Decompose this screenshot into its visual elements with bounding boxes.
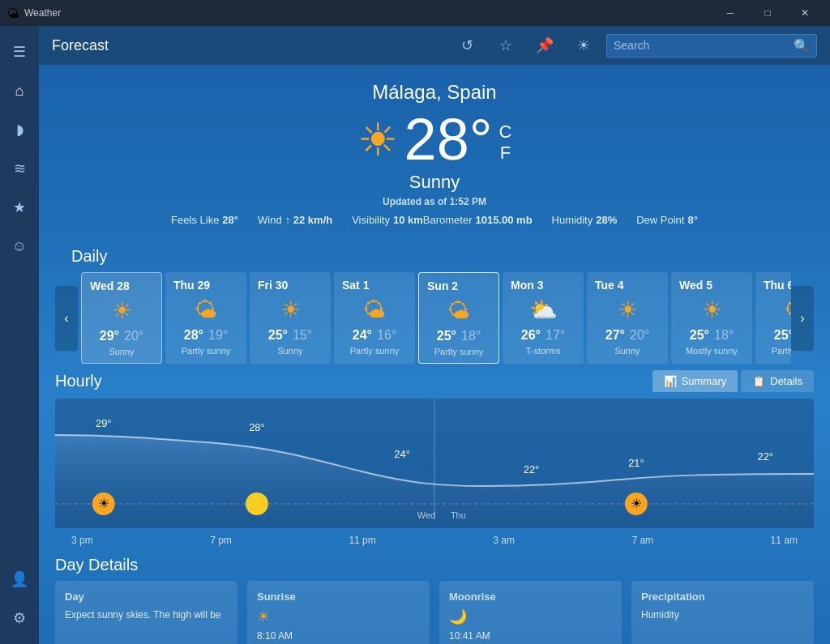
details-grid: Day Expect sunny skies. The high will be… xyxy=(55,581,814,644)
sidebar-favorites-button[interactable]: ★ xyxy=(0,188,39,227)
day-icon: ☀ xyxy=(618,296,638,323)
dew-point: Dew Point 8° xyxy=(636,214,698,226)
sidebar-account-button[interactable]: 👤 xyxy=(0,560,39,599)
day-desc: Partly sunny xyxy=(350,346,400,356)
day-name: Fri 30 xyxy=(258,279,288,292)
detail-row-2: Barometer 1015.00 mb Humidity 28% Dew Po… xyxy=(423,214,698,226)
svg-text:22°: 22° xyxy=(757,450,773,463)
day-icon: 🌤 xyxy=(447,297,470,324)
day-temps: 25° 18° xyxy=(437,329,481,343)
day-icon: 🌤 xyxy=(195,296,217,323)
day-card-0[interactable]: Wed 28 ☀ 29° 20° Sunny xyxy=(81,272,162,364)
close-button[interactable]: ✕ xyxy=(786,0,824,26)
day-card-6[interactable]: Tue 4 ☀ 27° 20° Sunny xyxy=(587,272,668,364)
page-title: Forecast xyxy=(52,37,451,54)
refresh-button[interactable]: ↺ xyxy=(451,29,483,62)
detail-card-day: Day Expect sunny skies. The high will be xyxy=(55,581,237,644)
day-icon: 🌤 xyxy=(785,296,791,323)
day-name: Thu 29 xyxy=(173,279,210,292)
day-low: 20° xyxy=(124,329,143,343)
day-temps: 27° 20° xyxy=(605,328,649,343)
sidebar-profile-button[interactable]: ☺ xyxy=(0,227,39,266)
sidebar-moon-button[interactable]: ◗ xyxy=(0,110,39,149)
search-button[interactable]: 🔍 xyxy=(794,38,810,53)
day-name: Tue 4 xyxy=(595,279,624,292)
svg-text:Wed: Wed xyxy=(417,510,435,520)
day-desc: Sunny xyxy=(277,346,302,356)
day-card-8[interactable]: Thu 6 🌤 25° 19° Partly sunny xyxy=(755,272,791,364)
svg-text:🌙: 🌙 xyxy=(249,496,265,511)
day-desc: Partly sunny xyxy=(772,346,791,356)
day-high: 24° xyxy=(353,328,372,343)
day-low: 17° xyxy=(545,328,565,343)
day-desc: T-storms xyxy=(526,346,561,356)
humidity: Humidity 28% xyxy=(552,214,618,226)
time-label: 11 pm xyxy=(349,535,375,546)
favorite-button[interactable]: ☆ xyxy=(490,29,522,62)
chart-icon: 📊 xyxy=(664,375,677,387)
hourly-header: Hourly 📊 Summary 📋 Details xyxy=(55,370,814,392)
sidebar-menu-button[interactable]: ☰ xyxy=(0,32,39,71)
details-label: Details xyxy=(770,375,802,387)
day-high: 25° xyxy=(437,329,456,343)
app-icon: 🌤 xyxy=(6,6,19,19)
search-input[interactable] xyxy=(614,39,794,52)
day-card-2[interactable]: Fri 30 ☀ 25° 15° Sunny xyxy=(250,272,331,364)
day-card-1[interactable]: Thu 29 🌤 28° 19° Partly sunny xyxy=(165,272,246,364)
svg-text:22°: 22° xyxy=(524,463,540,476)
day-details-title: Day Details xyxy=(55,556,814,574)
day-icon: 🌤 xyxy=(363,296,386,323)
list-icon: 📋 xyxy=(752,375,765,387)
scroll-left-button[interactable]: ‹ xyxy=(55,286,78,351)
day-low: 18° xyxy=(714,328,734,343)
svg-text:☀: ☀ xyxy=(98,497,109,510)
day-name: Mon 3 xyxy=(511,279,543,292)
time-label: 7 am xyxy=(631,535,653,546)
visibility: Visibility 10 km xyxy=(352,214,423,226)
weather-details: Feels Like 28° Wind ↑ 22 km/h Visibility… xyxy=(39,214,830,229)
time-label: 3 am xyxy=(493,535,515,546)
svg-text:28°: 28° xyxy=(249,421,265,433)
sidebar-home-button[interactable]: ⌂ xyxy=(0,71,39,110)
day-low: 18° xyxy=(461,329,481,343)
unit-c[interactable]: C xyxy=(499,122,512,143)
moonrise-icon: 🌙 xyxy=(449,608,612,625)
feels-like: Feels Like 28° xyxy=(171,214,238,226)
unit-f[interactable]: F xyxy=(499,143,512,164)
day-name: Sun 2 xyxy=(427,279,458,292)
daily-scroll-container: ‹ Wed 28 ☀ 29° 20° Sunny Thu 29 🌤 28° 19… xyxy=(55,272,814,364)
pin-button[interactable]: 📌 xyxy=(528,29,561,62)
temperature-row: ☀ 28° C F xyxy=(39,110,830,168)
details-button[interactable]: 📋 Details xyxy=(741,370,814,392)
day-high: 26° xyxy=(521,328,541,343)
day-desc: Mostly sunny xyxy=(686,346,738,356)
day-card-5[interactable]: Mon 3 ⛅ 26° 17° T-storms xyxy=(503,272,584,364)
sidebar-settings-button[interactable]: ⚙ xyxy=(0,599,39,638)
sidebar-waves-button[interactable]: ≋ xyxy=(0,149,39,188)
day-card-4[interactable]: Sun 2 🌤 25° 18° Partly sunny xyxy=(418,272,499,364)
day-high: 27° xyxy=(605,328,625,343)
day-name: Wed 28 xyxy=(90,279,130,292)
day-card-7[interactable]: Wed 5 ☀ 25° 18° Mostly sunny xyxy=(671,272,752,364)
detail-card-day-title: Day xyxy=(65,591,228,603)
header-actions: ↺ ☆ 📌 ☀ 🔍 xyxy=(451,29,817,62)
day-low: 16° xyxy=(377,328,396,343)
svg-text:21°: 21° xyxy=(628,457,644,469)
day-temps: 28° 19° xyxy=(184,328,228,343)
detail-row-1: Feels Like 28° Wind ↑ 22 km/h Visibility… xyxy=(171,214,423,226)
scroll-right-button[interactable]: › xyxy=(791,286,814,351)
daily-cards: Wed 28 ☀ 29° 20° Sunny Thu 29 🌤 28° 19° … xyxy=(78,272,791,364)
maximize-button[interactable]: □ xyxy=(749,0,786,26)
minimize-button[interactable]: ─ xyxy=(712,0,749,26)
day-temps: 26° 17° xyxy=(521,328,565,343)
summary-button[interactable]: 📊 Summary xyxy=(652,370,738,392)
detail-card-sunrise-content: 8:10 AM xyxy=(257,629,420,643)
detail-card-day-content: Expect sunny skies. The high will be xyxy=(65,608,228,622)
brightness-button[interactable]: ☀ xyxy=(567,29,600,62)
current-weather-icon: ☀ xyxy=(357,113,398,166)
day-card-3[interactable]: Sat 1 🌤 24° 16° Partly sunny xyxy=(334,272,415,364)
hourly-chart: ☀ 🌙 ☀ 29° 28° 24° 22° 21° 22° We xyxy=(55,399,814,528)
app-container: ☰ ⌂ ◗ ≋ ★ ☺ 👤 ⚙ Forecast ↺ ☆ 📌 ☀ 🔍 xyxy=(0,26,830,644)
day-high: 25° xyxy=(268,328,288,343)
updated-text: Updated as of 1:52 PM xyxy=(39,196,830,207)
